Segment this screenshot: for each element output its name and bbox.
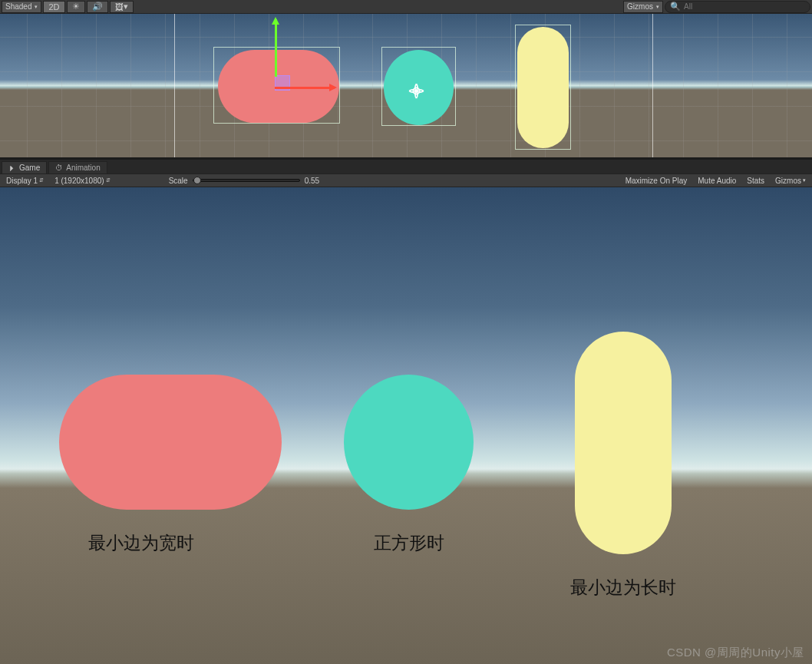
scene-search-input[interactable] [684, 2, 805, 11]
search-icon: 🔍 [670, 2, 681, 12]
maximize-on-play-toggle[interactable]: Maximize On Play [622, 177, 691, 185]
scene-shape-circle[interactable] [384, 50, 454, 125]
scale-slider-thumb[interactable] [193, 177, 201, 184]
game-shape-wide-capsule [59, 375, 282, 510]
game-shape-circle [344, 375, 474, 510]
dropdown-icon: ▾ [124, 2, 128, 12]
game-view: 最小边为宽时 正方形时 最小边为长时 CSDN @周周的Unity小屋 [0, 187, 812, 664]
resolution-label: 1 (1920x1080) [54, 177, 104, 185]
clock-icon: ⏱ [55, 164, 63, 172]
tab-animation-label: Animation [66, 164, 100, 172]
gizmos-label: Gizmos [627, 2, 653, 11]
sun-icon: ☀ [72, 2, 80, 12]
camera-bound-right [652, 14, 653, 157]
scale-slider[interactable] [193, 179, 300, 182]
shading-mode-dropdown[interactable]: Shaded ▾ [2, 1, 41, 13]
game-gizmos-label: Gizmos [775, 177, 801, 185]
game-shape-tall-capsule [575, 332, 672, 554]
dropdown-icon: ▾ [35, 4, 38, 10]
label-square: 正方形时 [374, 531, 444, 555]
mute-audio-toggle[interactable]: Mute Audio [695, 177, 739, 185]
watermark: CSDN @周周的Unity小屋 [667, 646, 804, 660]
maximize-label: Maximize On Play [626, 177, 688, 185]
scene-view[interactable] [0, 14, 812, 157]
tab-game[interactable]: ⏵ Game [2, 161, 47, 173]
sort-icon: ⇵ [106, 177, 111, 183]
2d-toggle-button[interactable]: 2D [43, 1, 64, 13]
move-gizmo-x-axis[interactable] [275, 87, 335, 89]
scene-shape-tall-capsule[interactable] [517, 27, 569, 148]
tab-animation[interactable]: ⏱ Animation [48, 161, 107, 173]
resolution-dropdown[interactable]: 1 (1920x1080) ⇵ [51, 177, 114, 185]
display-label: Display 1 [6, 177, 38, 185]
tab-game-label: Game [19, 164, 40, 172]
display-dropdown[interactable]: Display 1 ⇵ [3, 177, 47, 185]
shading-mode-label: Shaded [5, 2, 31, 11]
gizmos-dropdown[interactable]: Gizmos ▾ [623, 1, 663, 13]
mute-label: Mute Audio [698, 177, 736, 185]
game-icon: ⏵ [8, 164, 16, 172]
game-toolbar: Display 1 ⇵ 1 (1920x1080) ⇵ Scale 0.55 M… [0, 173, 812, 187]
stats-toggle[interactable]: Stats [744, 177, 767, 185]
lighting-toggle-button[interactable]: ☀ [67, 1, 85, 13]
dropdown-icon: ▾ [803, 177, 806, 183]
scene-toolbar: Shaded ▾ 2D ☀ 🔊 🖼 ▾ Gizmos ▾ 🔍 [0, 0, 812, 14]
picture-icon: 🖼 [115, 2, 124, 12]
2d-toggle-label: 2D [48, 2, 59, 12]
scene-search[interactable]: 🔍 [665, 1, 810, 13]
label-tall: 最小边为长时 [570, 576, 676, 600]
audio-toggle-button[interactable]: 🔊 [87, 1, 108, 13]
dropdown-icon: ▾ [656, 4, 659, 10]
sound-icon: 🔊 [92, 2, 103, 12]
game-gizmos-dropdown[interactable]: Gizmos ▾ [772, 177, 809, 185]
scale-value: 0.55 [305, 177, 319, 185]
move-gizmo-y-axis[interactable] [275, 19, 277, 77]
sort-icon: ⇵ [39, 177, 44, 183]
scale-label: Scale [169, 177, 188, 185]
effects-toggle-button[interactable]: 🖼 ▾ [110, 1, 134, 13]
stats-label: Stats [747, 177, 764, 185]
panel-tab-bar: ⏵ Game ⏱ Animation [0, 160, 812, 173]
label-wide: 最小边为宽时 [88, 531, 194, 555]
camera-bound-left [174, 14, 175, 157]
